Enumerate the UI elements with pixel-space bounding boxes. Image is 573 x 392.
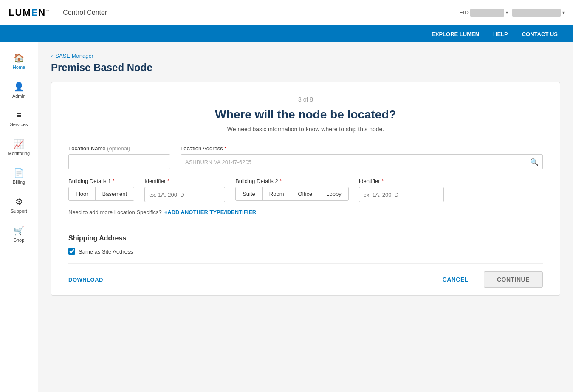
header-account: ████████████ ▾ bbox=[512, 9, 565, 17]
eid-label: EID bbox=[459, 9, 469, 16]
suite-button[interactable]: Suite bbox=[236, 187, 263, 200]
sidebar-item-label-support: Support bbox=[11, 209, 27, 214]
same-as-site-row: Same as Site Address bbox=[68, 248, 543, 255]
breadcrumb[interactable]: ‹ SASE Manager bbox=[51, 53, 560, 59]
help-link[interactable]: HELP bbox=[486, 31, 515, 37]
logo: LUMEN™ bbox=[8, 7, 50, 18]
identifier-1-label: Identifier * bbox=[144, 178, 225, 184]
sidebar-item-monitoring[interactable]: 📈 Monitoring bbox=[0, 133, 38, 162]
required-marker-id2: * bbox=[381, 178, 384, 184]
sidebar-item-admin[interactable]: 👤 Admin bbox=[0, 76, 38, 104]
header-eid: EID ████████ ▾ bbox=[459, 9, 508, 17]
building-row: Building Details 1 * Floor Basement Iden… bbox=[68, 178, 543, 202]
sidebar-item-support[interactable]: ⚙ Support bbox=[0, 191, 38, 220]
identifier-1-group: Identifier * bbox=[144, 178, 225, 202]
home-icon: 🏠 bbox=[14, 53, 24, 63]
top-header: LUMEN™ Control Center EID ████████ ▾ ███… bbox=[0, 0, 573, 25]
cancel-button[interactable]: CANCEL bbox=[434, 272, 477, 287]
identifier-2-label: Identifier * bbox=[359, 178, 444, 184]
account-value: ████████████ bbox=[512, 9, 561, 17]
building-details-2-label: Building Details 2 * bbox=[235, 178, 348, 184]
contact-us-link[interactable]: CONTACT US bbox=[515, 31, 565, 37]
sidebar-item-label-monitoring: Monitoring bbox=[8, 151, 30, 156]
shop-icon: 🛒 bbox=[14, 226, 24, 236]
optional-label: (optional) bbox=[107, 145, 130, 152]
room-button[interactable]: Room bbox=[263, 187, 291, 200]
support-icon: ⚙ bbox=[15, 197, 23, 207]
sidebar-item-services[interactable]: ≡ Services bbox=[0, 104, 38, 133]
identifier-2-input[interactable] bbox=[359, 187, 444, 202]
sidebar-item-home[interactable]: 🏠 Home bbox=[0, 47, 38, 76]
continue-button[interactable]: CONTINUE bbox=[484, 271, 543, 288]
building-details-1-label: Building Details 1 * bbox=[68, 178, 134, 184]
sidebar-item-label-shop: Shop bbox=[14, 237, 25, 243]
card-heading: Where will the node be located? bbox=[68, 108, 543, 121]
footer-left: DOWNLOAD bbox=[68, 276, 434, 283]
add-location-row: Need to add more Location Specifics? +AD… bbox=[68, 209, 543, 215]
location-address-input[interactable] bbox=[181, 154, 543, 169]
add-another-type-link[interactable]: +ADD ANOTHER TYPE/IDENTIFIER bbox=[164, 209, 257, 215]
header-right: EID ████████ ▾ ████████████ ▾ bbox=[459, 9, 565, 17]
lobby-button[interactable]: Lobby bbox=[319, 187, 348, 200]
building-details-1-group: Building Details 1 * Floor Basement bbox=[68, 178, 134, 201]
identifier-1-input[interactable] bbox=[144, 187, 225, 202]
breadcrumb-parent[interactable]: SASE Manager bbox=[55, 53, 93, 59]
required-marker-id1: * bbox=[167, 178, 169, 184]
account-chevron-icon[interactable]: ▾ bbox=[562, 10, 565, 15]
form-card: 3 of 8 Where will the node be located? W… bbox=[51, 82, 560, 296]
required-marker-bd2: * bbox=[279, 178, 282, 184]
sidebar-item-shop[interactable]: 🛒 Shop bbox=[0, 220, 38, 248]
add-location-text: Need to add more Location Specifics? bbox=[68, 209, 162, 215]
app-title: Control Center bbox=[63, 9, 459, 17]
explore-lumen-link[interactable]: EXPLORE LUMEN bbox=[425, 31, 486, 37]
blue-nav-bar: EXPLORE LUMEN HELP CONTACT US bbox=[0, 25, 573, 42]
sidebar: 🏠 Home 👤 Admin ≡ Services 📈 Monitoring 📄… bbox=[0, 42, 38, 392]
required-marker-bd1: * bbox=[113, 178, 115, 184]
billing-icon: 📄 bbox=[14, 168, 24, 178]
office-button[interactable]: Office bbox=[291, 187, 320, 200]
building-details-1-btngroup: Floor Basement bbox=[68, 187, 134, 201]
floor-button[interactable]: Floor bbox=[69, 187, 96, 200]
sidebar-item-label-home: Home bbox=[13, 65, 25, 70]
admin-icon: 👤 bbox=[14, 82, 24, 92]
building-details-2-btngroup: Suite Room Office Lobby bbox=[235, 187, 348, 201]
main-content: ‹ SASE Manager Premise Based Node 3 of 8… bbox=[38, 42, 573, 392]
services-icon: ≡ bbox=[17, 110, 22, 120]
sidebar-item-label-admin: Admin bbox=[12, 93, 25, 99]
breadcrumb-arrow-icon: ‹ bbox=[51, 53, 53, 59]
card-footer: DOWNLOAD CANCEL CONTINUE bbox=[68, 263, 543, 295]
location-name-group: Location Name (optional) bbox=[68, 145, 170, 169]
sidebar-item-label-services: Services bbox=[10, 122, 28, 127]
page-title: Premise Based Node bbox=[51, 62, 560, 73]
form-row-location: Location Name (optional) Location Addres… bbox=[68, 145, 543, 169]
monitoring-icon: 📈 bbox=[14, 139, 24, 149]
layout: 🏠 Home 👤 Admin ≡ Services 📈 Monitoring 📄… bbox=[0, 42, 573, 392]
card-subheading: We need basic information to know where … bbox=[68, 126, 543, 133]
required-marker-address: * bbox=[224, 145, 226, 152]
same-as-site-label: Same as Site Address bbox=[79, 248, 133, 255]
location-name-label: Location Name (optional) bbox=[68, 145, 170, 152]
shipping-title: Shipping Address bbox=[68, 234, 543, 242]
eid-chevron-icon[interactable]: ▾ bbox=[506, 10, 508, 15]
location-address-label: Location Address * bbox=[181, 145, 543, 152]
eid-value: ████████ bbox=[470, 9, 504, 17]
building-details-2-group: Building Details 2 * Suite Room Office L… bbox=[235, 178, 348, 201]
shipping-section: Shipping Address Same as Site Address bbox=[68, 226, 543, 263]
same-as-site-checkbox[interactable] bbox=[68, 248, 75, 255]
sidebar-item-billing[interactable]: 📄 Billing bbox=[0, 162, 38, 191]
location-address-group: Location Address * 🔍 bbox=[181, 145, 543, 169]
search-icon[interactable]: 🔍 bbox=[530, 158, 539, 166]
sidebar-item-label-billing: Billing bbox=[13, 180, 25, 185]
download-button[interactable]: DOWNLOAD bbox=[68, 276, 103, 283]
basement-button[interactable]: Basement bbox=[96, 187, 134, 200]
address-input-wrapper: 🔍 bbox=[181, 154, 543, 169]
identifier-2-group: Identifier * bbox=[359, 178, 444, 202]
footer-right: CANCEL CONTINUE bbox=[434, 271, 543, 288]
location-name-input[interactable] bbox=[68, 154, 170, 169]
step-indicator: 3 of 8 bbox=[68, 96, 543, 103]
